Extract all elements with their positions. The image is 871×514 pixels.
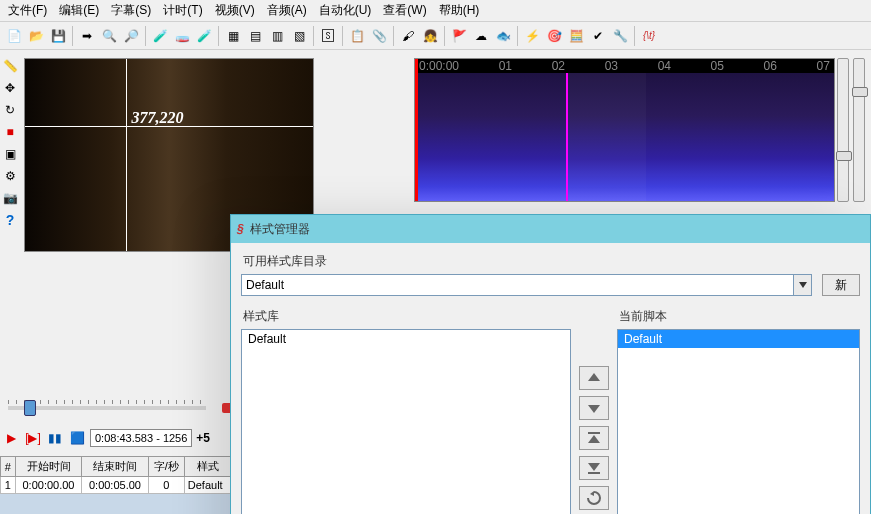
timeline-tick: 05 bbox=[711, 59, 724, 73]
adjust-icon[interactable]: ▣ bbox=[2, 146, 18, 162]
menu-timing[interactable]: 计时(T) bbox=[157, 0, 208, 21]
wrench-icon[interactable]: 🔧 bbox=[610, 26, 630, 46]
waveform-cursor[interactable] bbox=[566, 73, 568, 201]
catalog-label: 可用样式库目录 bbox=[243, 253, 860, 270]
search-icon[interactable]: 🔍 bbox=[99, 26, 119, 46]
timeline-tick: 06 bbox=[764, 59, 777, 73]
find-replace-icon[interactable]: 🔎 bbox=[121, 26, 141, 46]
move-to-storage-button[interactable] bbox=[579, 396, 609, 420]
cursor-coordinates: 377,220 bbox=[132, 109, 184, 127]
export-icon[interactable]: ➡ bbox=[77, 26, 97, 46]
toolbar-separator bbox=[444, 26, 445, 46]
list-item[interactable]: Default bbox=[242, 330, 570, 348]
new-catalog-button[interactable]: 新 bbox=[822, 274, 860, 296]
rotate-icon[interactable]: ↻ bbox=[2, 102, 18, 118]
menu-edit[interactable]: 编辑(E) bbox=[53, 0, 105, 21]
grid-cell: 0:00:00.00 bbox=[15, 477, 81, 494]
brush-icon[interactable]: 🖌 bbox=[398, 26, 418, 46]
list-icon[interactable]: 📋 bbox=[347, 26, 367, 46]
waveform-selection[interactable] bbox=[566, 73, 646, 201]
toolbar-separator bbox=[145, 26, 146, 46]
list-item[interactable]: Default bbox=[618, 330, 859, 348]
bolt-icon[interactable]: ⚡ bbox=[522, 26, 542, 46]
timeline-tick: 04 bbox=[658, 59, 671, 73]
styles-manager-dialog: § 样式管理器 可用样式库目录 新 样式库 Default bbox=[230, 214, 871, 514]
vertical-zoom-slider[interactable] bbox=[837, 58, 849, 202]
script-label: 当前脚本 bbox=[619, 308, 860, 325]
flag-icon[interactable]: 🚩 bbox=[449, 26, 469, 46]
grid3-icon[interactable]: ▥ bbox=[267, 26, 287, 46]
color-flask-icon[interactable]: 🧪 bbox=[150, 26, 170, 46]
video-toolbar: 📏✥↻■▣⚙📷? bbox=[0, 58, 20, 228]
new-file-icon[interactable]: 📄 bbox=[4, 26, 24, 46]
horizontal-zoom-slider[interactable] bbox=[853, 58, 865, 202]
storage-listbox[interactable]: Default bbox=[241, 329, 571, 514]
avatar-icon[interactable]: 👧 bbox=[420, 26, 440, 46]
app-logo-icon: § bbox=[237, 222, 244, 236]
check-icon[interactable]: ✔ bbox=[588, 26, 608, 46]
svg-rect-0 bbox=[588, 432, 600, 434]
seek-thumb[interactable] bbox=[24, 400, 36, 416]
toggle-autoscroll-button[interactable]: 🟦 bbox=[68, 429, 86, 447]
grid-header[interactable]: 结束时间 bbox=[82, 457, 148, 477]
main-toolbar: 📄📂💾➡🔍🔎🧪🧫🧪▦▤▥▧🅂📋📎🖌👧🚩☁🐟⚡🎯🧮✔🔧{\t} bbox=[0, 22, 871, 50]
camera-icon[interactable]: 📷 bbox=[2, 190, 18, 206]
dialog-titlebar[interactable]: § 样式管理器 bbox=[231, 215, 870, 243]
seek-track[interactable] bbox=[8, 406, 206, 410]
catalog-dropdown-button[interactable] bbox=[794, 274, 812, 296]
grid-cell: 0:00:05.00 bbox=[82, 477, 148, 494]
catalog-combo[interactable] bbox=[241, 274, 794, 296]
orange-flask-icon[interactable]: 🧪 bbox=[194, 26, 214, 46]
move-to-script-button[interactable] bbox=[579, 366, 609, 390]
table-row[interactable]: 10:00:00.000:00:05.000Default bbox=[1, 477, 232, 494]
move-icon[interactable]: ✥ bbox=[2, 80, 18, 96]
fish-icon[interactable]: 🐟 bbox=[493, 26, 513, 46]
frame-step-label: +5 bbox=[196, 431, 210, 445]
tool-icon[interactable]: ⚙ bbox=[2, 168, 18, 184]
toolbar-separator bbox=[393, 26, 394, 46]
play-button[interactable]: ▶ bbox=[2, 429, 20, 447]
waveform-start-marker[interactable] bbox=[415, 59, 418, 201]
script-listbox[interactable]: Default bbox=[617, 329, 860, 514]
audio-waveform[interactable]: 0:00:0001020304050607 bbox=[414, 58, 835, 202]
open-file-icon[interactable]: 📂 bbox=[26, 26, 46, 46]
menu-subtitle[interactable]: 字幕(S) bbox=[105, 0, 157, 21]
save-icon[interactable]: 💾 bbox=[48, 26, 68, 46]
calc-icon[interactable]: 🧮 bbox=[566, 26, 586, 46]
timeline-tick: 03 bbox=[605, 59, 618, 73]
menu-audio[interactable]: 音频(A) bbox=[261, 0, 313, 21]
grid-header[interactable]: 开始时间 bbox=[15, 457, 81, 477]
pause-button[interactable]: ▮▮ bbox=[46, 429, 64, 447]
grid-header[interactable]: 样式 bbox=[184, 457, 231, 477]
chevron-down-icon bbox=[799, 282, 807, 288]
menu-automation[interactable]: 自动化(U) bbox=[313, 0, 378, 21]
help-icon[interactable]: ? bbox=[2, 212, 18, 228]
timecode-display[interactable]: 0:08:43.583 - 1256 bbox=[90, 429, 192, 447]
menu-file[interactable]: 文件(F) bbox=[2, 0, 53, 21]
cloud-icon[interactable]: ☁ bbox=[471, 26, 491, 46]
ruler-icon[interactable]: 📏 bbox=[2, 58, 18, 74]
move-top-button[interactable] bbox=[579, 426, 609, 450]
grid-empty-area[interactable] bbox=[0, 494, 232, 514]
sync-button[interactable] bbox=[579, 486, 609, 510]
timeline-tick: 0:00:00 bbox=[419, 59, 459, 73]
play-range-button[interactable]: [▶] bbox=[24, 429, 42, 447]
grid1-icon[interactable]: ▦ bbox=[223, 26, 243, 46]
attach-icon[interactable]: 📎 bbox=[369, 26, 389, 46]
blue-flask-icon[interactable]: 🧫 bbox=[172, 26, 192, 46]
menu-video[interactable]: 视频(V) bbox=[209, 0, 261, 21]
menu-view[interactable]: 查看(W) bbox=[377, 0, 432, 21]
grid4-icon[interactable]: ▧ bbox=[289, 26, 309, 46]
grid-header[interactable]: # bbox=[1, 457, 16, 477]
menu-help[interactable]: 帮助(H) bbox=[433, 0, 486, 21]
toolbar-separator bbox=[634, 26, 635, 46]
grid2-icon[interactable]: ▤ bbox=[245, 26, 265, 46]
target-icon[interactable]: 🎯 bbox=[544, 26, 564, 46]
tag-t-icon[interactable]: {\t} bbox=[639, 26, 659, 46]
move-bottom-button[interactable] bbox=[579, 456, 609, 480]
style-s-icon[interactable]: 🅂 bbox=[318, 26, 338, 46]
grid-header[interactable]: 字/秒 bbox=[148, 457, 184, 477]
subtitle-grid: #开始时间结束时间字/秒样式 10:00:00.000:00:05.000Def… bbox=[0, 456, 232, 514]
refresh-icon bbox=[587, 491, 601, 505]
record-icon[interactable]: ■ bbox=[2, 124, 18, 140]
